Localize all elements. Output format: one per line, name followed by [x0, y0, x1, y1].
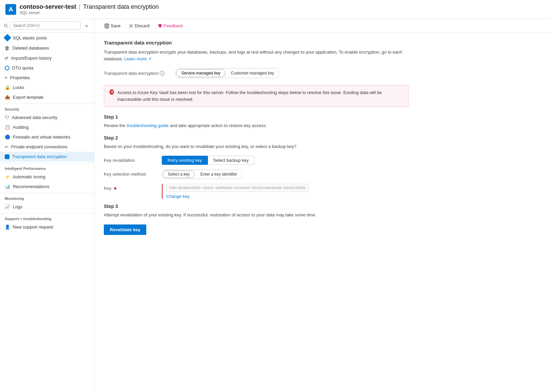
server-name: contoso-server-test [20, 3, 76, 10]
enter-key-identifier-btn[interactable]: Enter a key identifier [195, 170, 242, 179]
step2-title: Step 2 [104, 135, 408, 141]
tde-row-label: Transparent data encryption i [104, 71, 171, 76]
error-alert: ✕ Access to Azure Key Vault has been los… [104, 85, 408, 107]
service-managed-key-btn[interactable]: Service-managed key [176, 69, 225, 77]
info-icon[interactable]: i [160, 71, 164, 76]
app-header: contoso-server-test | Transparent data e… [0, 0, 551, 19]
troubleshooting-guide-link[interactable]: troubleshooting guide [127, 123, 169, 128]
sidebar-item-automatic-tuning[interactable]: ⚡ Automatic tuning [0, 172, 94, 182]
sidebar-item-firewalls[interactable]: 🔵 Firewalls and virtual networks [0, 132, 94, 142]
bars-icon: ≡ [5, 75, 7, 80]
svg-rect-2 [105, 24, 109, 28]
logs-icon: 📈 [5, 204, 10, 209]
circle-icon [5, 66, 9, 70]
bolt-icon: ⚡ [5, 174, 10, 179]
sidebar-item-deleted-databases[interactable]: 🗑 Deleted databases [0, 43, 94, 53]
step2-description: Based on your troubleshooting, do you wa… [104, 143, 408, 150]
sidebar: « SQL elastic pools 🗑 Deleted databases … [0, 19, 94, 392]
step3-description: Attempt revalidation of your existing ke… [104, 212, 408, 218]
key-revalidation-label: Key revalidation [104, 156, 158, 163]
person-icon: 👤 [5, 224, 10, 230]
search-input[interactable] [10, 22, 81, 30]
lock-icon: 🔒 [5, 85, 10, 90]
sidebar-item-export-template[interactable]: 📤 Export template [0, 92, 94, 102]
diamond-icon [4, 34, 11, 42]
sidebar-item-recommendations[interactable]: 📊 Recommendations [0, 182, 94, 191]
retry-existing-key-btn[interactable]: Retry existing key [162, 156, 208, 165]
sidebar-section-intelligent: Intelligent Performance [0, 163, 94, 172]
sidebar-item-sql-elastic-pools[interactable]: SQL elastic pools [0, 33, 94, 43]
discard-icon [129, 24, 133, 28]
header-page-title: Transparent data encryption [83, 3, 159, 10]
sidebar-item-transparent-data-encryption[interactable]: Transparent data encryption [0, 152, 94, 161]
sidebar-item-locks[interactable]: 🔒 Locks [0, 83, 94, 92]
sidebar-section-security: Security [0, 103, 94, 113]
arrows-icon: ⇄ [5, 56, 8, 61]
sidebar-item-import-export[interactable]: ⇄ Import/Export history [0, 53, 94, 63]
section-title: Transparent data encryption [104, 40, 408, 46]
endpoint-icon: ↩ [5, 144, 8, 149]
search-icon [3, 23, 8, 28]
shield-green-icon: 🛡 [5, 115, 9, 120]
tde-selector-row: Transparent data encryption i Service-ma… [104, 68, 408, 78]
key-selection-label: Key selection method [104, 170, 158, 177]
app-logo [5, 4, 16, 15]
step1-title: Step 1 [104, 114, 408, 120]
export-icon: 📤 [5, 95, 10, 100]
step3-title: Step 3 [104, 204, 408, 209]
key-revalidation-row: Key revalidation Retry existing key Sele… [104, 156, 408, 165]
step2-section: Step 2 Based on your troubleshooting, do… [104, 135, 408, 199]
sidebar-section-monitoring: Monitoring [0, 193, 94, 202]
header-text: contoso-server-test | Transparent data e… [20, 3, 159, 15]
select-backup-key-btn[interactable]: Select backup key [208, 156, 255, 165]
audit-icon: 📋 [5, 125, 10, 130]
heart-icon [158, 24, 162, 28]
svg-point-0 [4, 24, 7, 27]
svg-line-1 [6, 26, 8, 28]
sidebar-item-dtu-quota[interactable]: DTU quota [0, 63, 94, 73]
step1-description: Review the troubleshooting guide and tak… [104, 122, 408, 129]
page-body: Transparent data encryption Transparent … [94, 33, 418, 242]
main-content: Save Discard Feedback Transparent data e… [94, 19, 551, 392]
error-message: Access to Azure Key Vault has been lost … [117, 89, 403, 102]
svg-rect-3 [106, 24, 108, 26]
customer-managed-key-btn[interactable]: Customer-managed key [226, 68, 279, 78]
key-selection-method-row: Key selection method Select a key Enter … [104, 170, 408, 179]
tde-icon [5, 154, 9, 159]
sidebar-item-private-endpoint[interactable]: ↩ Private endpoint connections [0, 142, 94, 152]
save-icon [104, 24, 109, 28]
sidebar-search-area: « [0, 19, 94, 33]
sidebar-item-logs[interactable]: 📈 Logs [0, 202, 94, 212]
azure-icon [7, 6, 14, 13]
step1-section: Step 1 Review the troubleshooting guide … [104, 114, 408, 129]
sidebar-item-properties[interactable]: ≡ Properties [0, 73, 94, 83]
sidebar-item-advanced-data-security[interactable]: 🛡 Advanced data security [0, 113, 94, 122]
step3-section: Step 3 Attempt revalidation of your exis… [104, 204, 408, 235]
learn-more-link[interactable]: Learn more ↗ [124, 56, 152, 61]
header-separator: | [79, 3, 81, 10]
key-revalidation-toggle: Retry existing key Select backup key [162, 156, 254, 165]
error-icon: ✕ [110, 89, 114, 95]
key-type-toggle: Service-managed key Customer-managed key [175, 68, 279, 78]
header-subtitle: SQL server [20, 10, 159, 15]
feedback-button[interactable]: Feedback [154, 22, 186, 30]
select-a-key-btn[interactable]: Select a key [163, 171, 195, 178]
key-row: Key ★ tde-protector-test-contoso-server-… [104, 184, 408, 199]
sidebar-item-auditing[interactable]: 📋 Auditing [0, 122, 94, 132]
key-selection-toggle: Select a key Enter a key identifier [162, 170, 242, 179]
chart-icon: 📊 [5, 184, 10, 189]
discard-button[interactable]: Discard [125, 22, 153, 30]
svg-rect-4 [106, 26, 108, 28]
change-key-link[interactable]: Change key [166, 194, 189, 199]
sidebar-collapse-button[interactable]: « [83, 22, 91, 30]
key-field-label: Key ★ [104, 184, 158, 191]
key-value-display: tde-protector-test-contoso-server-test/c… [166, 184, 309, 192]
revalidate-key-button[interactable]: Revalidate key [104, 224, 146, 235]
firewall-icon: 🔵 [5, 134, 10, 140]
sidebar-section-support: Support + troubleshooting [0, 213, 94, 222]
section-description: Transparent data encryption encrypts you… [104, 49, 408, 62]
trash-icon: 🗑 [5, 45, 10, 51]
save-button[interactable]: Save [101, 22, 124, 30]
toolbar: Save Discard Feedback [94, 19, 551, 33]
sidebar-item-new-support-request[interactable]: 👤 New support request [0, 222, 94, 232]
